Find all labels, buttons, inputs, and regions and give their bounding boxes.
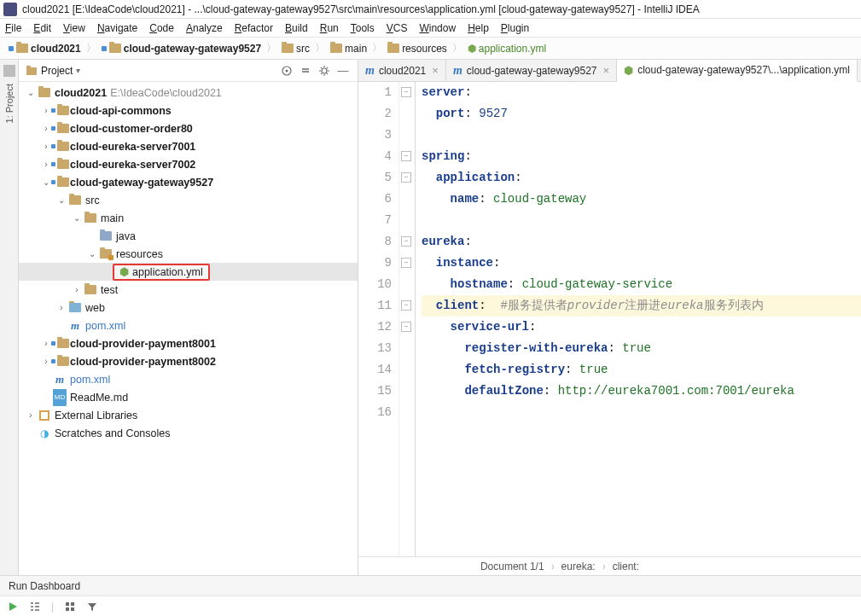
menu-window[interactable]: Window <box>419 22 456 34</box>
tree-node[interactable]: ⌄cloud2021E:\IdeaCode\cloud2021 <box>19 84 358 102</box>
svg-rect-1 <box>26 66 31 67</box>
tree-node[interactable]: ›cloud-customer-order80 <box>19 119 358 137</box>
menu-file[interactable]: File <box>5 22 21 34</box>
editor-area: mcloud2021×mcloud-gateway-gateway9527×⬢c… <box>358 60 861 575</box>
project-panel-title[interactable]: Project ▾ <box>26 65 276 77</box>
svg-point-3 <box>286 69 288 72</box>
tree-view-icon[interactable] <box>29 601 41 613</box>
close-icon[interactable]: × <box>603 64 610 77</box>
menu-tools[interactable]: Tools <box>351 22 375 34</box>
chevron-icon: 〉 <box>86 41 96 55</box>
tree-node[interactable]: ›cloud-provider-payment8001 <box>19 334 358 352</box>
hide-icon[interactable]: — <box>335 63 351 78</box>
fold-toggle[interactable]: – <box>401 300 411 311</box>
chevron-icon: 〉 <box>372 41 382 55</box>
tree-node[interactable]: ›cloud-api-commons <box>19 102 358 119</box>
code-lines[interactable]: server: port: 9527 spring: application: … <box>415 82 861 556</box>
project-tree[interactable]: ⌄cloud2021E:\IdeaCode\cloud2021›cloud-ap… <box>19 82 358 575</box>
doc-indicator: Document 1/1 <box>480 561 544 572</box>
fold-toggle[interactable]: – <box>401 322 411 332</box>
menu-vcs[interactable]: VCS <box>387 22 408 34</box>
sidebar-label[interactable]: 1: Project <box>4 84 15 123</box>
tree-node[interactable]: ›cloud-eureka-server7001 <box>19 137 358 155</box>
tree-node[interactable]: mpom.xml <box>19 370 358 388</box>
fold-toggle[interactable]: – <box>401 236 411 247</box>
app-icon <box>3 3 17 16</box>
project-tool-icon[interactable] <box>3 65 15 77</box>
close-icon[interactable]: × <box>432 64 439 77</box>
tree-node[interactable]: ⌄src <box>19 191 358 209</box>
dropdown-icon: ▾ <box>76 66 80 75</box>
collapse-all-icon[interactable] <box>298 63 313 78</box>
tree-node[interactable]: ⌄cloud-gateway-gateway9527 <box>19 173 358 191</box>
fold-toggle[interactable]: – <box>401 87 411 97</box>
breadcrumb-main[interactable]: main <box>327 40 370 57</box>
editor-tab[interactable]: mcloud2021× <box>358 60 446 81</box>
status-path-0[interactable]: eureka: <box>561 561 596 572</box>
svg-rect-5 <box>66 602 69 606</box>
tree-node[interactable]: ⬢application.yml <box>19 263 358 281</box>
filter-icon[interactable] <box>86 601 98 613</box>
tree-node[interactable]: mpom.xml <box>19 317 358 334</box>
svg-rect-8 <box>71 607 74 611</box>
menu-edit[interactable]: Edit <box>33 22 51 34</box>
svg-rect-0 <box>26 67 37 75</box>
navigation-bar: cloud2021〉cloud-gateway-gateway9527〉src〉… <box>0 38 861 60</box>
line-gutter: 12345678910111213141516 <box>358 82 399 556</box>
run-dashboard-header[interactable]: Run Dashboard <box>0 575 861 596</box>
left-tool-strip: 1: Project <box>0 60 19 575</box>
run-dashboard-label: Run Dashboard <box>9 580 80 592</box>
chevron-icon: › <box>551 561 554 572</box>
breadcrumb-resources[interactable]: resources <box>384 40 451 57</box>
status-path-1[interactable]: client: <box>613 561 639 572</box>
menu-navigate[interactable]: Navigate <box>97 22 137 34</box>
locate-icon[interactable] <box>279 63 294 78</box>
editor-tab[interactable]: mcloud-gateway-gateway9527× <box>446 60 617 81</box>
svg-point-4 <box>322 68 327 73</box>
breadcrumb-cloud2021[interactable]: cloud2021 <box>5 40 84 57</box>
menu-view[interactable]: View <box>63 22 85 34</box>
grid-icon[interactable] <box>64 601 76 613</box>
tree-node[interactable]: java <box>19 227 358 245</box>
tree-node[interactable]: ›cloud-eureka-server7002 <box>19 155 358 173</box>
menu-bar: FileEditViewNavigateCodeAnalyzeRefactorB… <box>0 19 861 38</box>
menu-analyze[interactable]: Analyze <box>186 22 223 34</box>
menu-refactor[interactable]: Refactor <box>235 22 273 34</box>
code-editor[interactable]: 12345678910111213141516 ––––––– server: … <box>358 82 861 556</box>
tree-node[interactable]: ›cloud-provider-payment8002 <box>19 352 358 370</box>
chevron-icon: 〉 <box>315 41 325 55</box>
title-bar: cloud2021 [E:\IdeaCode\cloud2021] - ...\… <box>0 0 861 19</box>
tree-node[interactable]: ›web <box>19 299 358 317</box>
tree-node[interactable]: ⌄main <box>19 209 358 227</box>
run-icon[interactable] <box>7 601 19 613</box>
menu-plugin[interactable]: Plugin <box>501 22 529 34</box>
fold-column: ––––––– <box>399 82 415 556</box>
fold-toggle[interactable]: – <box>401 151 411 161</box>
chevron-icon: 〉 <box>452 41 462 55</box>
menu-code[interactable]: Code <box>149 22 174 34</box>
run-dashboard-toolbar: | <box>0 596 861 616</box>
menu-help[interactable]: Help <box>468 22 489 34</box>
menu-run[interactable]: Run <box>320 22 339 34</box>
editor-tab[interactable]: ⬢cloud-gateway-gateway9527\...\applicati… <box>617 60 858 82</box>
project-panel-header: Project ▾ — <box>19 60 358 82</box>
editor-tabs: mcloud2021×mcloud-gateway-gateway9527×⬢c… <box>358 60 861 82</box>
tree-node[interactable]: ◑Scratches and Consoles <box>19 424 358 442</box>
menu-build[interactable]: Build <box>285 22 308 34</box>
breadcrumb-cloud-gateway-gateway9527[interactable]: cloud-gateway-gateway9527 <box>98 40 265 57</box>
project-panel: Project ▾ — ⌄cloud2021E:\IdeaCode\cloud2… <box>19 60 358 575</box>
breadcrumb-application-yml[interactable]: ⬢application.yml <box>464 40 550 57</box>
workspace: 1: Project Project ▾ — ⌄cloud2021E:\Idea… <box>0 60 861 575</box>
fold-toggle[interactable]: – <box>401 172 411 183</box>
svg-rect-6 <box>71 602 74 606</box>
tree-node[interactable]: ›External Libraries <box>19 406 358 424</box>
settings-icon[interactable] <box>317 63 332 78</box>
fold-toggle[interactable]: – <box>401 258 411 268</box>
chevron-icon: › <box>602 561 605 572</box>
tree-node[interactable]: ⌄resources <box>19 245 358 263</box>
tree-node[interactable]: ›test <box>19 281 358 299</box>
breadcrumb-src[interactable]: src <box>278 40 313 57</box>
project-panel-title-text: Project <box>41 65 73 77</box>
tree-node[interactable]: MDReadMe.md <box>19 388 358 406</box>
chevron-icon: 〉 <box>266 41 276 55</box>
